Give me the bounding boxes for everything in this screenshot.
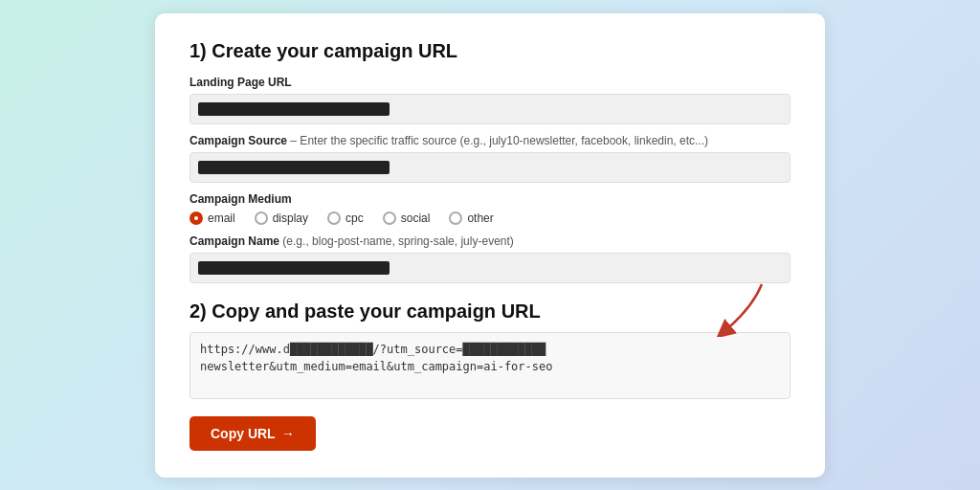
- campaign-source-label: Campaign Source – Enter the specific tra…: [189, 134, 791, 147]
- radio-other-circle: [449, 212, 462, 225]
- campaign-medium-radio-group: email display cpc social other: [189, 212, 791, 225]
- radio-email-label: email: [208, 212, 235, 225]
- radio-display[interactable]: display: [255, 212, 308, 225]
- campaign-medium-field: Campaign Medium email display cpc social…: [189, 192, 791, 225]
- section-2-title: 2) Copy and paste your campaign URL: [189, 301, 791, 323]
- radio-other[interactable]: other: [449, 212, 493, 225]
- landing-page-input[interactable]: [189, 94, 791, 124]
- main-card: 1) Create your campaign URL Landing Page…: [155, 13, 825, 478]
- copy-url-label: Copy URL: [211, 426, 276, 441]
- radio-display-label: display: [273, 212, 308, 225]
- campaign-name-field: Campaign Name (e.g., blog-post-name, spr…: [189, 234, 791, 283]
- radio-social-circle: [383, 212, 396, 225]
- radio-other-label: other: [467, 212, 493, 225]
- url-output-area: https://www.d████████████/?utm_source=██…: [189, 332, 791, 403]
- radio-display-circle: [255, 212, 268, 225]
- radio-cpc-label: cpc: [345, 212, 364, 225]
- radio-email[interactable]: email: [189, 212, 235, 225]
- campaign-name-label: Campaign Name (e.g., blog-post-name, spr…: [189, 234, 791, 248]
- radio-cpc[interactable]: cpc: [327, 212, 364, 225]
- radio-email-circle: [189, 212, 203, 225]
- section-2: 2) Copy and paste your campaign URL http…: [189, 301, 791, 451]
- campaign-name-input[interactable]: [189, 253, 791, 283]
- campaign-source-field: Campaign Source – Enter the specific tra…: [189, 134, 791, 183]
- landing-page-field: Landing Page URL: [189, 76, 791, 124]
- section-1-title: 1) Create your campaign URL: [189, 40, 791, 62]
- url-output-textarea[interactable]: https://www.d████████████/?utm_source=██…: [189, 332, 791, 399]
- copy-url-arrow: →: [281, 426, 295, 441]
- radio-cpc-circle: [327, 212, 341, 225]
- campaign-medium-label: Campaign Medium: [189, 192, 791, 206]
- landing-page-label: Landing Page URL: [189, 76, 791, 89]
- radio-social[interactable]: social: [383, 212, 431, 225]
- copy-url-button[interactable]: Copy URL →: [189, 416, 316, 451]
- campaign-source-input[interactable]: [189, 152, 791, 183]
- radio-social-label: social: [401, 212, 431, 225]
